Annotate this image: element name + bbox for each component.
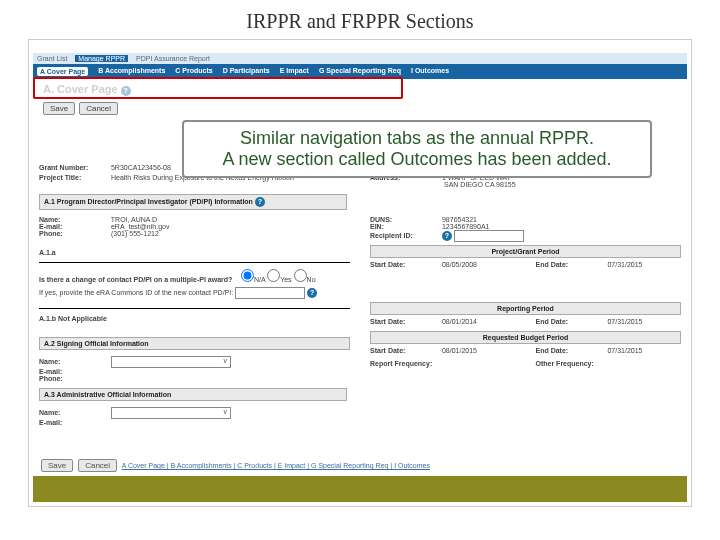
help-icon[interactable]: ?: [307, 288, 317, 298]
nav-secondary: A Cover Page B Accomplishments C Product…: [33, 64, 687, 79]
section-a3-header: A.3 Administrative Official Information: [39, 388, 347, 401]
commons-id-label: If yes, provide the eRA Commons ID of th…: [39, 289, 233, 296]
slide-footer-bar: [33, 476, 687, 502]
help-icon[interactable]: ?: [442, 231, 452, 241]
tab-participants[interactable]: D Participants: [223, 67, 270, 76]
reporting-end: 07/31/2015: [607, 318, 642, 325]
admin-official-select[interactable]: [111, 407, 231, 419]
a1b-label: A.1.b Not Applicable: [39, 315, 350, 322]
cancel-button-bottom[interactable]: Cancel: [78, 459, 117, 472]
project-title-label: Project Title:: [39, 174, 109, 181]
grant-number-label: Grant Number:: [39, 164, 109, 171]
tab-accomplishments[interactable]: B Accomplishments: [98, 67, 165, 76]
commons-id-input[interactable]: [235, 287, 305, 299]
tab-products[interactable]: C Products: [175, 67, 212, 76]
end-date-label: End Date:: [536, 261, 606, 268]
pdpi-name: TROI, AUNA D: [111, 216, 157, 223]
address-value-2: SAN DIEGO CA 98155: [444, 181, 516, 188]
section-a2-header: A.2 Signing Official Information: [39, 337, 350, 350]
tab-special-reporting[interactable]: G Special Reporting Req: [319, 67, 401, 76]
a1a-label: A.1.a: [39, 249, 350, 256]
save-button[interactable]: Save: [43, 102, 75, 115]
change-pdpi-no[interactable]: [294, 269, 307, 282]
change-pdpi-na[interactable]: [241, 269, 254, 282]
pdpi-phone: (301) 555-1212: [111, 230, 159, 237]
save-button-bottom[interactable]: Save: [41, 459, 73, 472]
page-title: IRPPR and FRPPR Sections: [0, 10, 720, 33]
budget-end: 07/31/2015: [607, 347, 642, 354]
start-date-label: Start Date:: [370, 261, 440, 268]
grant-number-value: 5R30CA123456-08: [111, 164, 171, 171]
pdpi-name-label: Name:: [39, 216, 109, 223]
callout-line2: A new section called Outcomes has been a…: [194, 149, 640, 170]
tab-outcomes[interactable]: I Outcomes: [411, 67, 449, 76]
signing-official-select[interactable]: [111, 356, 231, 368]
nav1-item[interactable]: Manage RPPR: [75, 55, 128, 62]
change-pdpi-label: Is there a change of contact PD/PI on a …: [39, 276, 239, 283]
cancel-button[interactable]: Cancel: [79, 102, 118, 115]
duns-label: DUNS:: [370, 216, 440, 223]
tab-cover-page[interactable]: A Cover Page: [37, 67, 88, 76]
pdpi-phone-label: Phone:: [39, 230, 109, 237]
budget-start: 08/01/2015: [442, 347, 477, 354]
reporting-start: 08/01/2014: [442, 318, 477, 325]
report-freq-label: Report Frequency:: [370, 360, 440, 367]
pdpi-email: eRA_test@nih.gov: [111, 223, 169, 230]
ein-value: 1234567890A1: [442, 223, 490, 230]
recipient-id-input[interactable]: [454, 230, 524, 242]
callout-box: Similar navigation tabs as the annual RP…: [182, 120, 652, 178]
nav1-item[interactable]: Grant List: [37, 55, 67, 62]
project-end: 07/31/2015: [607, 261, 642, 268]
budget-period-header: Requested Budget Period: [370, 331, 681, 344]
reporting-period-header: Reporting Period: [370, 302, 681, 315]
footer-links: Save Cancel A Cover Page | B Accomplishm…: [41, 459, 430, 472]
nav-primary: Grant List Manage RPPR PDPI Assurance Re…: [33, 53, 687, 64]
ein-label: EIN:: [370, 223, 440, 230]
callout-line1: Similar navigation tabs as the annual RP…: [194, 128, 640, 149]
slide-container: Grant List Manage RPPR PDPI Assurance Re…: [28, 39, 692, 507]
duns-value: 987654321: [442, 216, 477, 223]
project-start: 08/05/2008: [442, 261, 477, 268]
pdpi-email-label: E-mail:: [39, 223, 109, 230]
top-menu: [33, 44, 687, 53]
cover-page-heading: A. Cover Page: [43, 83, 118, 95]
project-period-header: Project/Grant Period: [370, 245, 681, 258]
change-pdpi-yes[interactable]: [267, 269, 280, 282]
tab-impact[interactable]: E Impact: [280, 67, 309, 76]
help-icon[interactable]: ?: [121, 86, 131, 96]
section-a1-header: A.1 Program Director/Principal Investiga…: [44, 198, 253, 205]
other-freq-label: Other Frequency:: [536, 360, 606, 367]
help-icon[interactable]: ?: [255, 197, 265, 207]
nav1-item[interactable]: PDPI Assurance Report: [136, 55, 210, 62]
footer-nav-links[interactable]: A Cover Page | B Accomplishments | C Pro…: [122, 462, 430, 469]
recipient-id-label: Recipient ID:: [370, 232, 440, 239]
